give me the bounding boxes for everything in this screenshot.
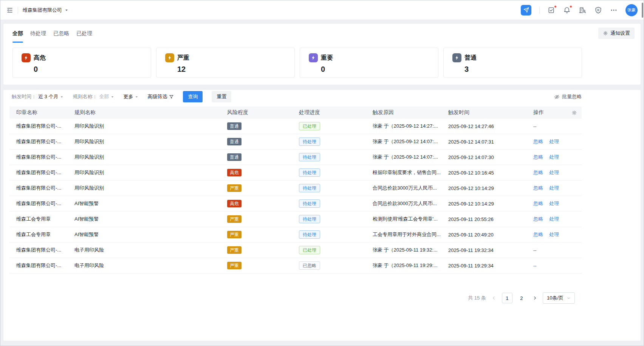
action-处理[interactable]: 处理 [549, 216, 559, 222]
progress-badge: 待处理 [299, 199, 320, 208]
cell-risk-level: 严重 [227, 231, 299, 238]
filter-trigger-time[interactable]: 触发时间： 近 3 个月 [12, 93, 63, 100]
stat-value: 0 [34, 65, 151, 74]
stat-cards: 高危0严重12重要0普通3 [12, 48, 632, 78]
stat-card-重要: 重要0 [300, 48, 438, 78]
cell-progress: 已忽略 [299, 261, 373, 270]
caret-down-icon [65, 8, 68, 12]
filter-more[interactable]: 更多 [123, 93, 138, 100]
stat-value: 12 [177, 65, 294, 74]
risk-badge: 严重 [227, 246, 242, 254]
tab-待处理[interactable]: 待处理 [30, 24, 46, 43]
action-处理[interactable]: 处理 [549, 231, 559, 238]
send-icon[interactable] [521, 5, 531, 15]
tab-已处理[interactable]: 已处理 [76, 24, 92, 43]
progress-badge: 待处理 [299, 137, 320, 146]
org-search-icon[interactable] [579, 6, 587, 14]
action-忽略[interactable]: 忽略 [533, 138, 543, 145]
column-header-风险程度: 风险程度 [227, 109, 299, 116]
funnel-icon [169, 94, 174, 99]
progress-badge: 待处理 [299, 168, 320, 177]
action-处理[interactable]: 处理 [549, 138, 559, 145]
scrollbar-thumb[interactable] [642, 3, 643, 18]
cell-actions: 忽略处理 [533, 154, 570, 161]
cell-trigger-reason: 张豪 于（2025-09-11 19:29:... [373, 262, 448, 269]
column-header-规则名称: 规则名称 [74, 109, 227, 116]
tab-全部[interactable]: 全部 [12, 24, 23, 43]
action-none: -- [533, 263, 537, 269]
action-忽略[interactable]: 忽略 [533, 231, 543, 238]
cell-rule-name: 用印风险识别 [74, 138, 227, 145]
action-忽略[interactable]: 忽略 [533, 200, 543, 207]
cell-trigger-reason: 检测到使用'维森工会专用章'... [373, 216, 448, 222]
cell-seal-name: 维森集团有限公司-... [16, 169, 74, 176]
page-size-select[interactable]: 10条/页 [543, 292, 575, 304]
table-body: 维森集团有限公司-...用印风险识别普通已处理张豪 于（2025-09-12 1… [9, 119, 582, 273]
batch-ignore-button[interactable]: 批量忽略 [554, 93, 582, 100]
tab-bar: 全部待处理已忽略已处理 通知设置 [3, 24, 641, 43]
cell-progress: 待处理 [299, 168, 373, 177]
page-1[interactable]: 1 [502, 293, 512, 303]
more-icon[interactable] [610, 6, 618, 14]
menu-fold-icon[interactable] [6, 7, 13, 14]
column-header-触发原因: 触发原因 [373, 109, 448, 116]
shield-verify-icon[interactable]: 验 [594, 6, 602, 14]
reset-button[interactable]: 重置 [212, 91, 231, 102]
tab-已忽略[interactable]: 已忽略 [53, 24, 69, 43]
cell-rule-name: AI智能预警 [74, 200, 227, 207]
cell-trigger-time: 2025-09-12 14:27:46 [448, 124, 533, 129]
filter-rule-name-value: 全部 [99, 93, 109, 100]
chevron-right-icon[interactable] [532, 295, 537, 301]
page-2[interactable]: 2 [516, 293, 527, 303]
action-处理[interactable]: 处理 [549, 169, 559, 176]
lightning-icon [309, 53, 318, 62]
alerts-table-panel: 触发时间： 近 3 个月 规则名称： 全部 更多 高级筛选 查询 重置 [3, 90, 641, 341]
cell-rule-name: 电子用印风险 [74, 247, 227, 253]
action-处理[interactable]: 处理 [549, 154, 559, 161]
stat-value: 3 [464, 65, 582, 74]
chevron-down-icon [567, 296, 571, 300]
column-settings-icon[interactable] [571, 110, 582, 116]
lightning-icon [165, 53, 174, 62]
column-header-触发时间: 触发时间 [448, 109, 533, 116]
bell-icon[interactable] [563, 6, 571, 14]
cell-rule-name: AI智能预警 [74, 216, 227, 222]
notify-settings-label: 通知设置 [610, 30, 630, 37]
cell-trigger-time: 2025-09-12 14:07:31 [448, 139, 533, 145]
cell-risk-level: 严重 [227, 262, 299, 269]
cell-seal-name: 维森集团有限公司-... [16, 200, 74, 207]
column-header-处理进度: 处理进度 [299, 109, 373, 116]
table-row: 维森集团有限公司-...用印风险识别高危待处理根据印章制度要求，销售合同...2… [9, 165, 582, 181]
action-处理[interactable]: 处理 [549, 185, 559, 192]
chevron-left-icon[interactable] [491, 295, 497, 301]
action-忽略[interactable]: 忽略 [533, 185, 543, 192]
action-忽略[interactable]: 忽略 [533, 169, 543, 176]
table-row: 维森集团有限公司-...电子用印风险严重已处理张豪 于（2025-09-11 1… [9, 243, 582, 258]
svg-text:验: 验 [597, 9, 599, 12]
action-忽略[interactable]: 忽略 [533, 216, 543, 222]
notify-settings-button[interactable]: 通知设置 [598, 28, 635, 39]
table-row: 维森集团有限公司-...AI智能预警高危待处理合同总价款3000万元人民币...… [9, 196, 582, 212]
cell-progress: 待处理 [299, 215, 373, 223]
todo-icon[interactable] [548, 6, 555, 14]
table-row: 维森工会专用章AI智能预警严重待处理工会专用章用于对外商业合同...2025-0… [9, 227, 582, 243]
action-忽略[interactable]: 忽略 [533, 154, 543, 161]
company-switcher[interactable]: 维森集团有限公司 [23, 7, 68, 14]
risk-badge: 严重 [227, 215, 242, 223]
stat-label: 重要 [321, 54, 333, 62]
filter-bar: 触发时间： 近 3 个月 规则名称： 全部 更多 高级筛选 查询 重置 [12, 90, 582, 103]
cell-trigger-time: 2025-09-11 19:29:34 [448, 263, 533, 269]
cell-trigger-time: 2025-09-12 10:14:29 [448, 185, 533, 191]
cell-risk-level: 严重 [227, 246, 299, 254]
filter-rule-name[interactable]: 规则名称： 全部 [73, 93, 114, 100]
eye-off-icon [554, 94, 560, 100]
risk-badge: 严重 [227, 262, 242, 269]
cell-seal-name: 维森集团有限公司-... [16, 138, 74, 145]
query-button[interactable]: 查询 [183, 91, 203, 102]
avatar[interactable]: 张豪 [625, 4, 638, 16]
action-none: -- [533, 247, 537, 253]
cell-rule-name: AI智能预警 [74, 231, 227, 238]
column-header-操作: 操作 [533, 109, 570, 116]
action-处理[interactable]: 处理 [549, 200, 559, 207]
advanced-filter[interactable]: 高级筛选 [147, 93, 174, 100]
